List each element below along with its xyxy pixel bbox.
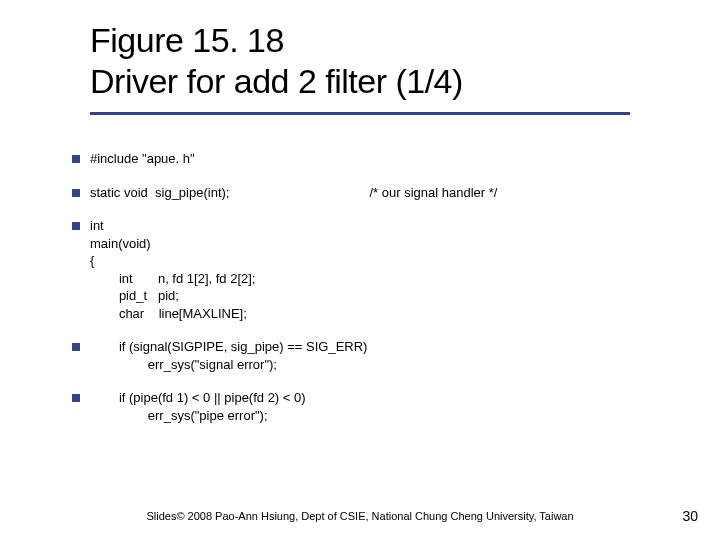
code-line: err_sys("pipe error"); <box>90 407 670 425</box>
bullet-icon <box>72 155 80 163</box>
code-line: main(void) <box>90 235 670 253</box>
code-line: static void sig_pipe(int);/* our signal … <box>90 184 670 202</box>
code-block-pipe: if (pipe(fd 1) < 0 || pipe(fd 2) < 0) er… <box>90 389 670 424</box>
code-line: #include "apue. h" <box>90 150 670 168</box>
page-number: 30 <box>682 508 698 524</box>
slide: Figure 15. 18 Driver for add 2 filter (1… <box>0 0 720 540</box>
code-line: err_sys("signal error"); <box>90 356 670 374</box>
title-line-2: Driver for add 2 filter (1/4) <box>90 61 660 102</box>
code-line: char line[MAXLINE]; <box>90 305 670 323</box>
code-block-signal: if (signal(SIGPIPE, sig_pipe) == SIG_ERR… <box>90 338 670 373</box>
bullet-icon <box>72 189 80 197</box>
slide-body: #include "apue. h" static void sig_pipe(… <box>90 150 670 425</box>
title-line-1: Figure 15. 18 <box>90 20 660 61</box>
code-line: if (signal(SIGPIPE, sig_pipe) == SIG_ERR… <box>90 338 670 356</box>
code-line: pid_t pid; <box>90 287 670 305</box>
code-line: { <box>90 252 670 270</box>
bullet-icon <box>72 394 80 402</box>
footer-text: Slides© 2008 Pao-Ann Hsiung, Dept of CSI… <box>0 510 720 522</box>
code-text: static void sig_pipe(int); <box>90 185 229 200</box>
code-block-decl: static void sig_pipe(int);/* our signal … <box>90 184 670 202</box>
code-line: if (pipe(fd 1) < 0 || pipe(fd 2) < 0) <box>90 389 670 407</box>
code-block-main: int main(void) { int n, fd 1[2], fd 2[2]… <box>90 217 670 322</box>
bullet-icon <box>72 222 80 230</box>
bullet-icon <box>72 343 80 351</box>
code-comment: /* our signal handler */ <box>369 185 497 200</box>
slide-title: Figure 15. 18 Driver for add 2 filter (1… <box>90 20 660 102</box>
code-block-include: #include "apue. h" <box>90 150 670 168</box>
code-line: int <box>90 217 670 235</box>
code-line: int n, fd 1[2], fd 2[2]; <box>90 270 670 288</box>
title-underline <box>90 112 630 115</box>
